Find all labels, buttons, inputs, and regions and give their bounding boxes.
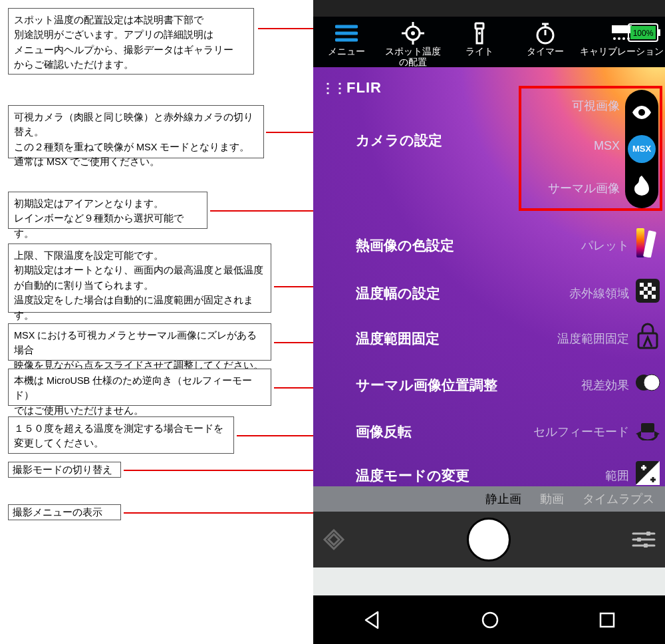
row-sub: セルフィーモード [529, 424, 629, 440]
svg-rect-9 [475, 23, 483, 29]
blank-strip [313, 567, 665, 595]
flir-logo: ⋮⋮FLIR [321, 79, 382, 96]
annot-palette: 初期設定はアイアンとなります。 レインボーなど９種類から選択可能です。 [8, 192, 207, 229]
svg-point-23 [638, 109, 645, 116]
svg-point-55 [483, 613, 497, 627]
row-sub: 赤外線領域 [529, 285, 629, 301]
row-range[interactable]: 温度モードの変更 範囲 [313, 466, 665, 485]
svg-rect-56 [600, 613, 614, 627]
exposure-icon[interactable] [633, 453, 662, 486]
spot-label: スポット温度 の配置 [380, 46, 446, 67]
checker-icon[interactable] [633, 271, 662, 311]
svg-rect-52 [637, 538, 641, 542]
svg-rect-30 [652, 287, 656, 291]
svg-rect-31 [640, 291, 644, 295]
svg-rect-27 [640, 283, 644, 287]
light-label: ライト [446, 46, 513, 57]
tab-still[interactable]: 静止画 [485, 491, 521, 507]
nav-home[interactable] [481, 611, 499, 629]
row-title: 熱画像の色設定 [356, 236, 529, 255]
nav-recent[interactable] [598, 611, 616, 629]
mode-thermal-button[interactable] [628, 172, 656, 200]
svg-point-16 [613, 37, 616, 40]
annot-capture-tabs: 撮影モードの切り替え [8, 462, 121, 478]
svg-point-10 [478, 32, 481, 35]
svg-rect-32 [648, 291, 652, 295]
gallery-button[interactable] [323, 528, 345, 551]
svg-rect-53 [644, 544, 648, 548]
svg-rect-24 [636, 228, 644, 257]
calibration-label: キャリブレーション [579, 46, 665, 57]
menu-button[interactable]: メニュー [313, 21, 380, 57]
recent-icon [598, 611, 616, 629]
row-title: カメラの設定 [356, 131, 629, 150]
row-palette[interactable]: 熱画像の色設定 パレット [313, 236, 665, 255]
row-lock[interactable]: 温度範囲固定 温度範囲固定 [313, 329, 665, 348]
row-sub: パレット [529, 238, 629, 253]
mode-visible-button[interactable] [628, 98, 656, 126]
row-title: 温度幅の設定 [356, 284, 529, 303]
home-icon [481, 611, 499, 629]
svg-point-17 [618, 37, 620, 40]
row-flip[interactable]: 画像反転 セルフィーモード [313, 422, 665, 441]
thermal-view: ⋮⋮FLIR 可視画像 MSX サーマル画像 MSX カメラの設定 [313, 67, 665, 486]
row-camera[interactable]: カメラの設定 [313, 131, 665, 150]
overlap-icon[interactable] [633, 363, 662, 402]
row-title: 画像反転 [356, 422, 529, 441]
annot-menu: スポット温度の配置設定は本説明書下部で 別途説明がございます。アプリの詳細説明は… [8, 8, 254, 75]
phone-frame: メニュー スポット温度 の配置 ライト タイマー [313, 0, 665, 644]
row-sub: 範囲 [529, 468, 629, 484]
tab-video[interactable]: 動画 [540, 491, 564, 507]
eye-icon [632, 106, 652, 119]
svg-rect-25 [643, 230, 656, 257]
timer-label: タイマー [512, 46, 579, 57]
tab-timelapse[interactable]: タイムラプス [583, 491, 654, 507]
diamond-icon [323, 528, 345, 551]
spot-button[interactable]: スポット温度 の配置 [380, 21, 446, 67]
svg-marker-54 [366, 612, 378, 628]
lock-icon[interactable] [633, 316, 662, 356]
settings-button[interactable] [632, 530, 656, 549]
shutter-button[interactable] [467, 518, 511, 562]
svg-rect-39 [641, 423, 654, 432]
toolbar: メニュー スポット温度 の配置 ライト タイマー [313, 17, 665, 67]
mode-visible-label: 可視画像 [572, 98, 620, 114]
svg-rect-21 [658, 29, 660, 36]
light-button[interactable]: ライト [446, 21, 513, 57]
status-bar [313, 0, 665, 17]
sliders-icon [632, 530, 656, 549]
flashlight-icon [446, 21, 513, 46]
annot-capture-menu: 撮影メニューの表示 [8, 504, 121, 520]
svg-rect-51 [646, 532, 650, 536]
target-icon [380, 21, 446, 46]
svg-point-8 [411, 31, 415, 35]
page: スポット温度の配置設定は本説明書下部で 別途説明がございます。アプリの詳細説明は… [0, 0, 665, 644]
svg-rect-34 [652, 295, 656, 299]
flame-icon [634, 176, 649, 196]
row-align[interactable]: サーマル画像位置調整 視差効果 [313, 376, 665, 395]
battery-pct: 100% [633, 29, 654, 38]
row-sub: 視差効果 [529, 377, 629, 393]
menu-label: メニュー [313, 46, 380, 57]
row-title: 温度モードの変更 [356, 466, 529, 485]
mode-thermal-label: サーマル画像 [548, 180, 620, 196]
annot-span: 上限、下限温度を設定可能です。 初期設定はオートとなり、画面内の最高温度と最低温… [8, 243, 271, 313]
row-span[interactable]: 温度幅の設定 赤外線領域 [313, 284, 665, 303]
svg-rect-33 [644, 295, 648, 299]
annot-align: MSX における可視カメラとサーマル画像にズレがある場合 映像を見ながら点をスラ… [8, 323, 271, 361]
capture-bar [313, 512, 665, 567]
row-sub: 温度範囲固定 [529, 331, 629, 347]
rotate-icon[interactable] [633, 409, 662, 449]
svg-rect-28 [648, 283, 652, 287]
svg-point-18 [622, 37, 625, 40]
android-nav [313, 595, 665, 644]
annot-range: １５０度を超える温度を測定する場合モードを 変更してください。 [8, 416, 234, 454]
nav-back[interactable] [363, 611, 382, 629]
annot-modes: 可視カメラ（肉眼と同じ映像）と赤外線カメラの切り替え。 この２種類を重ねて映像が… [8, 105, 264, 158]
timer-button[interactable]: タイマー [512, 21, 579, 57]
battery-indicator: 100% [628, 23, 661, 42]
palette-icon[interactable] [633, 223, 662, 263]
stopwatch-icon [512, 21, 579, 46]
row-title: サーマル画像位置調整 [356, 376, 529, 395]
hamburger-icon [313, 21, 380, 46]
